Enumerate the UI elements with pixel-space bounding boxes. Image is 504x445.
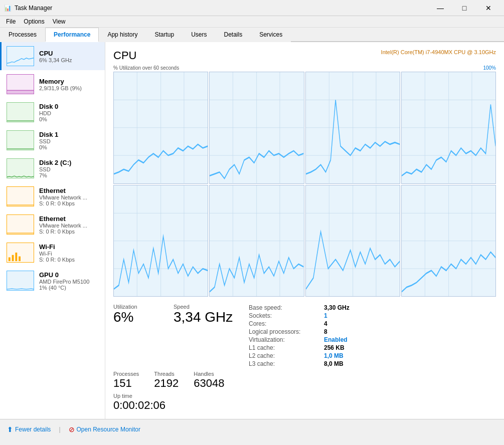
wifi-sub2: S: 0 R: 0 Kbps: [39, 257, 75, 263]
processes-label: Processes: [113, 371, 139, 377]
spec-key-base: Base speed:: [249, 304, 319, 311]
svg-rect-7: [7, 215, 34, 234]
disk1-info: Disk 1 SSD 0%: [39, 131, 58, 150]
eth1-name: Ethernet: [39, 187, 87, 194]
tab-bar: Processes Performance App history Startu…: [0, 28, 504, 42]
chart-label: % Utilization over 60 seconds: [113, 65, 179, 71]
close-button[interactable]: ✕: [477, 2, 500, 14]
sidebar-item-disk1[interactable]: Disk 1 SSD 0%: [0, 126, 105, 154]
disk2-sub1: SSD: [39, 166, 71, 172]
panel-subtitle: Intel(R) Core(TM) i7-4940MX CPU @ 3.10GH…: [381, 49, 496, 55]
uptime-value: 0:00:02:06: [113, 399, 496, 412]
eth2-name: Ethernet: [39, 215, 87, 223]
menu-view[interactable]: View: [49, 17, 70, 26]
sidebar-item-disk2[interactable]: Disk 2 (C:) SSD 7%: [0, 154, 105, 182]
utilization-value: 6%: [113, 310, 174, 325]
sidebar-item-ethernet1[interactable]: Ethernet VMware Network ... S: 0 R: 0 Kb…: [0, 182, 105, 210]
minimize-button[interactable]: —: [429, 2, 452, 14]
wifi-info: Wi-Fi Wi-Fi S: 0 R: 0 Kbps: [39, 243, 75, 263]
threads-label: Threads: [154, 371, 179, 377]
sidebar-item-disk0[interactable]: Disk 0 HDD 0%: [0, 98, 105, 126]
tab-users[interactable]: Users: [183, 28, 215, 42]
spec-key-l1: L1 cache:: [249, 344, 319, 351]
restore-button[interactable]: □: [453, 2, 476, 14]
spec-l3: L3 cache: 8,0 MB: [249, 360, 350, 368]
open-resource-monitor-link[interactable]: ⊘ Open Resource Monitor: [69, 425, 140, 433]
eth2-thumbnail: [7, 214, 34, 235]
processes-value: 151: [113, 377, 139, 390]
sidebar-item-cpu[interactable]: CPU 6% 3,34 GHz: [0, 42, 105, 70]
cpu-chart-4: [113, 185, 208, 297]
svg-rect-13: [7, 271, 34, 290]
eth1-sub1: VMware Network ...: [39, 194, 87, 200]
main-content: CPU 6% 3,34 GHz Memory 2,9/31,9 GB (9%): [0, 42, 504, 419]
tab-details[interactable]: Details: [215, 28, 251, 42]
cpu-sub: 6% 3,34 GHz: [39, 57, 72, 63]
specs-section: Base speed: 3,30 GHz Sockets: 1 Cores: 4…: [249, 304, 350, 368]
cpu-chart-7: [401, 185, 496, 297]
gpu0-thumbnail: [7, 271, 34, 291]
svg-rect-9: [9, 258, 11, 262]
disk1-sub1: SSD: [39, 138, 58, 144]
tab-performance[interactable]: Performance: [45, 28, 99, 42]
separator: |: [59, 426, 60, 433]
bottom-bar: ⬆ Fewer details | ⊘ Open Resource Monito…: [0, 419, 504, 439]
monitor-icon: ⊘: [69, 425, 75, 433]
title-bar-controls[interactable]: — □ ✕: [429, 2, 500, 14]
spec-val-virt: Enabled: [324, 336, 348, 343]
title-bar-left: 📊 Task Manager: [4, 5, 52, 12]
panel-title: CPU: [113, 49, 136, 62]
handles-label: Handles: [194, 371, 224, 377]
tab-startup[interactable]: Startup: [146, 28, 183, 42]
spec-val-l3: 8,0 MB: [324, 360, 344, 367]
stats-section: Utilization 6% Speed 3,34 GHz Base speed…: [113, 304, 496, 368]
tab-processes[interactable]: Processes: [0, 28, 45, 42]
sidebar-item-gpu0[interactable]: GPU 0 AMD FirePro M5100 1% (40 °C): [0, 267, 105, 295]
svg-rect-3: [7, 103, 34, 122]
fewer-details-label: Fewer details: [15, 426, 51, 433]
menu-options[interactable]: Options: [20, 17, 48, 26]
sidebar: CPU 6% 3,34 GHz Memory 2,9/31,9 GB (9%): [0, 42, 105, 419]
spec-val-logical: 8: [324, 328, 327, 335]
fewer-details-link[interactable]: ⬆ Fewer details: [7, 425, 51, 433]
wifi-thumbnail: [7, 243, 34, 263]
cpu-chart-5: [209, 185, 304, 297]
open-resource-monitor-label: Open Resource Monitor: [77, 426, 140, 433]
cpu-chart-2: [305, 72, 400, 184]
spec-key-logical: Logical processors:: [249, 328, 319, 335]
memory-sub: 2,9/31,9 GB (9%): [39, 85, 82, 91]
disk0-sub1: HDD: [39, 110, 58, 116]
menu-file[interactable]: File: [2, 17, 20, 26]
sidebar-item-ethernet2[interactable]: Ethernet VMware Network ... S: 0 R: 0 Kb…: [0, 210, 105, 239]
tab-services[interactable]: Services: [251, 28, 291, 42]
menu-bar: File Options View: [0, 16, 504, 28]
cpu-thumbnail: [7, 46, 34, 66]
title-bar: 📊 Task Manager — □ ✕: [0, 0, 504, 16]
eth2-info: Ethernet VMware Network ... S: 0 R: 0 Kb…: [39, 215, 87, 235]
right-panel: CPU Intel(R) Core(TM) i7-4940MX CPU @ 3.…: [105, 42, 504, 419]
disk2-sub2: 7%: [39, 172, 71, 178]
spec-val-cores: 4: [324, 320, 327, 327]
spec-val-l1: 256 KB: [324, 344, 345, 351]
eth2-sub1: VMware Network ...: [39, 223, 87, 229]
svg-rect-6: [7, 187, 34, 206]
tab-app-history[interactable]: App history: [99, 28, 146, 42]
spec-key-virt: Virtualization:: [249, 336, 319, 343]
svg-rect-0: [7, 47, 34, 66]
spec-key-l3: L3 cache:: [249, 360, 319, 367]
disk1-name: Disk 1: [39, 131, 58, 138]
speed-section: Speed 3,34 GHz: [174, 304, 239, 325]
sidebar-item-memory[interactable]: Memory 2,9/31,9 GB (9%): [0, 70, 105, 98]
uptime-label: Up time: [113, 393, 496, 399]
disk1-thumbnail: [7, 130, 34, 150]
svg-rect-10: [12, 255, 14, 261]
spec-sockets: Sockets: 1: [249, 312, 350, 320]
cpu-chart-1: [209, 72, 304, 184]
spec-l1: L1 cache: 256 KB: [249, 344, 350, 352]
disk2-name: Disk 2 (C:): [39, 159, 71, 166]
svg-rect-12: [19, 257, 21, 261]
sidebar-item-wifi[interactable]: Wi-Fi Wi-Fi S: 0 R: 0 Kbps: [0, 239, 105, 267]
disk0-thumbnail: [7, 102, 34, 122]
svg-rect-4: [7, 131, 34, 150]
window-title: Task Manager: [15, 5, 52, 12]
